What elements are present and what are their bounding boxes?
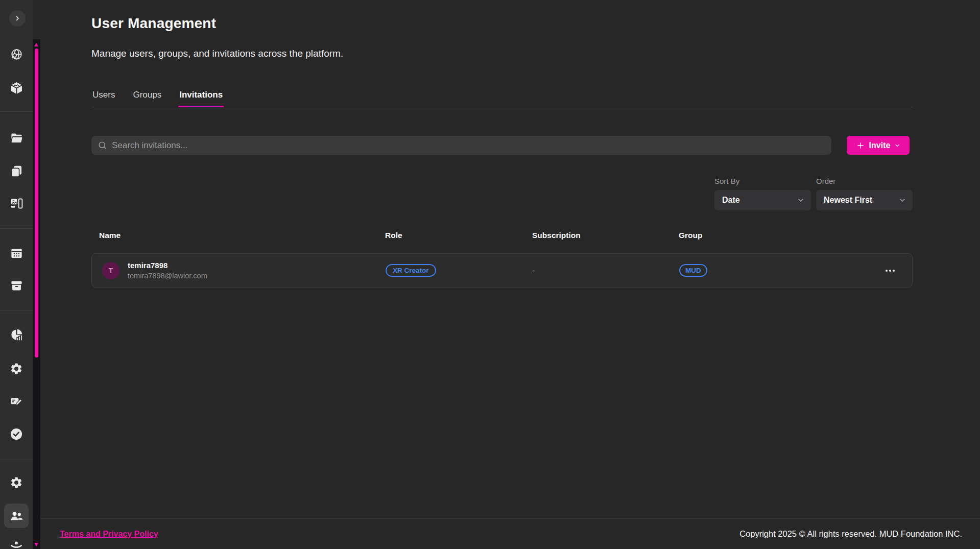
sidebar-item-admin-settings[interactable] xyxy=(4,470,29,495)
person-arms-icon xyxy=(9,540,23,549)
folder-icon xyxy=(10,131,23,145)
sidebar-item-approvals[interactable] xyxy=(4,422,29,446)
ellipsis-icon xyxy=(886,270,895,272)
check-circle-icon xyxy=(9,427,23,441)
tab-bar: Users Groups Invitations xyxy=(91,90,914,107)
sidebar-item-settings[interactable] xyxy=(4,356,29,381)
calendar-icon xyxy=(10,246,23,260)
archive-box-icon xyxy=(10,279,23,293)
user-email: temira7898@lawior.com xyxy=(128,272,207,280)
copyright-text: Copyright 2025 © All rights reserved. MU… xyxy=(739,529,962,539)
layout-image-phone-icon xyxy=(10,197,23,210)
table-header: Name Role Subscription Group xyxy=(91,231,914,240)
column-header-role: Role xyxy=(385,231,532,240)
sidebar-item-user-management[interactable] xyxy=(4,504,29,528)
tab-invitations[interactable]: Invitations xyxy=(178,90,224,107)
sidebar-item-calendar[interactable] xyxy=(4,241,29,265)
scrollbar-up-arrow-icon[interactable] xyxy=(34,43,38,46)
row-actions-button[interactable] xyxy=(881,266,912,276)
sidebar-item-scenes[interactable] xyxy=(4,76,29,100)
sort-by-label: Sort By xyxy=(714,177,739,185)
avatar: T xyxy=(102,262,119,279)
group-badge: MUD xyxy=(679,264,707,277)
sidebar-divider xyxy=(0,460,33,460)
page-title: User Management xyxy=(91,15,216,32)
sidebar-item-analytics[interactable] xyxy=(4,322,29,347)
plus-icon xyxy=(856,141,865,150)
sidebar-item-messages[interactable] xyxy=(4,389,29,413)
column-header-subscription: Subscription xyxy=(532,231,679,240)
mail-edit-icon xyxy=(10,394,23,408)
chevron-down-icon xyxy=(894,142,900,149)
subscription-value: - xyxy=(533,266,679,275)
sidebar-item-archive[interactable] xyxy=(4,273,29,298)
column-header-name: Name xyxy=(99,231,385,240)
chevron-right-icon xyxy=(13,14,21,22)
role-badge: XR Creator xyxy=(386,264,436,277)
sidebar-item-layouts[interactable] xyxy=(4,191,29,216)
sidebar-item-support[interactable] xyxy=(4,535,29,549)
order-select[interactable]: Newest First xyxy=(816,190,913,210)
user-cell: T temira7898 temira7898@lawior.com xyxy=(102,261,386,280)
order-value: Newest First xyxy=(824,196,872,205)
sort-by-value: Date xyxy=(722,196,740,205)
sidebar-scrollbar xyxy=(33,39,40,549)
scrollbar-down-arrow-icon[interactable] xyxy=(34,543,38,546)
scrollbar-thumb[interactable] xyxy=(35,49,38,357)
order-label: Order xyxy=(816,177,835,185)
copy-icon xyxy=(10,164,23,178)
sidebar-item-collections[interactable] xyxy=(4,159,29,183)
tab-users[interactable]: Users xyxy=(91,90,116,107)
main-content: User Management Manage users, groups, an… xyxy=(40,0,980,549)
search-bar xyxy=(91,136,831,155)
chevron-down-icon xyxy=(797,196,805,204)
users-icon xyxy=(9,509,23,523)
cube-3d-icon xyxy=(10,81,23,95)
chevron-down-icon xyxy=(898,196,906,204)
column-header-group: Group xyxy=(679,231,883,240)
globe-search-icon xyxy=(10,48,23,62)
terms-privacy-link[interactable]: Terms and Privacy Policy xyxy=(60,530,158,539)
user-name: temira7898 xyxy=(128,261,207,270)
sidebar-item-files[interactable] xyxy=(4,126,29,150)
tab-groups[interactable]: Groups xyxy=(132,90,162,107)
pie-chart-bars-icon xyxy=(10,328,23,342)
search-icon xyxy=(98,140,107,150)
page-subtitle: Manage users, groups, and invitations ac… xyxy=(91,48,343,59)
sidebar-divider xyxy=(0,228,33,229)
gear-icon xyxy=(10,476,23,489)
search-input[interactable] xyxy=(112,140,825,151)
gear-icon xyxy=(10,362,23,375)
sidebar xyxy=(0,0,33,549)
invite-button[interactable]: Invite xyxy=(847,136,910,155)
sidebar-item-explore[interactable] xyxy=(4,42,29,67)
sidebar-divider xyxy=(0,111,33,112)
table-row: T temira7898 temira7898@lawior.com XR Cr… xyxy=(91,253,913,288)
invite-button-label: Invite xyxy=(869,141,891,150)
sidebar-divider xyxy=(0,311,33,311)
footer: Terms and Privacy Policy Copyright 2025 … xyxy=(40,518,980,549)
sidebar-collapse-button[interactable] xyxy=(9,10,26,27)
sort-by-select[interactable]: Date xyxy=(714,190,811,210)
